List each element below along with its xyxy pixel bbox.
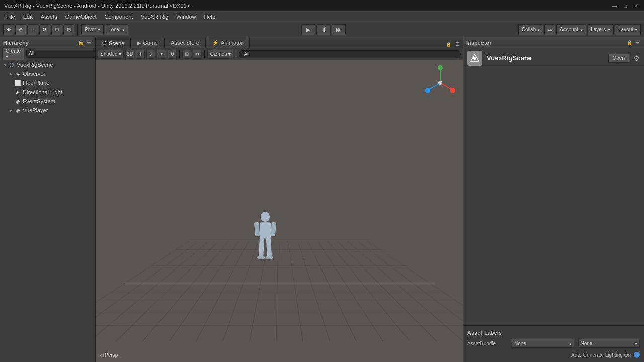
hierarchy-item-directional-light[interactable]: ☀ Directional Light xyxy=(0,87,95,97)
main-layout: Hierarchy 🔒 ☰ Create ▾ ▾ ⬡ VuexRigScene … xyxy=(0,37,644,362)
pivot-dropdown[interactable]: Pivot ▾ xyxy=(81,24,104,35)
light-icon: ☀ xyxy=(14,88,21,96)
scene-tab-label: Scene xyxy=(109,40,124,46)
shading-dropdown[interactable]: Shaded ▾ xyxy=(98,50,124,59)
hierarchy-item-label: EventSystem xyxy=(23,98,55,104)
vueplayer-arrow-icon: ▸ xyxy=(8,107,14,113)
menu-gameobject[interactable]: GameObject xyxy=(61,13,101,21)
hierarchy-item-observer[interactable]: ▸ ◈ Observer xyxy=(0,69,95,78)
tool-transform[interactable]: ⊞ xyxy=(63,24,74,35)
hierarchy-item-floorplane[interactable]: ⬜ FloorPlane xyxy=(0,78,95,87)
account-dropdown[interactable]: Account ▾ xyxy=(556,24,586,35)
close-button[interactable]: ✕ xyxy=(633,2,640,9)
2d-label: 2D xyxy=(127,51,133,57)
layers-dropdown[interactable]: Layers ▾ xyxy=(587,24,614,35)
minimize-button[interactable]: — xyxy=(611,2,618,9)
svg-point-16 xyxy=(257,256,265,259)
step-button[interactable]: ⏭ xyxy=(332,24,346,35)
menu-bar: File Edit Assets GameObject Component Vu… xyxy=(0,11,644,22)
svg-rect-13 xyxy=(270,222,276,236)
gizmos-arrow-icon: ▾ xyxy=(228,51,231,57)
shading-arrow-icon: ▾ xyxy=(119,51,121,57)
hierarchy-item-vuexrigscene[interactable]: ▾ ⬡ VuexRigScene xyxy=(0,60,95,69)
hierarchy-menu-icon[interactable]: ☰ xyxy=(85,39,92,46)
menu-window[interactable]: Window xyxy=(172,13,200,21)
hierarchy-lock-icon[interactable]: 🔒 xyxy=(77,39,84,46)
persp-arrow-icon: ◁ xyxy=(100,352,104,358)
tool-rotate[interactable]: ↔ xyxy=(27,24,38,35)
menu-edit[interactable]: Edit xyxy=(19,13,37,21)
tab-asset-store[interactable]: Asset Store xyxy=(165,38,206,48)
hierarchy-item-label: Observer xyxy=(23,71,45,77)
menu-component[interactable]: Component xyxy=(100,13,137,21)
asset-bundle-row: AssetBundle None ▾ None ▾ xyxy=(467,339,640,348)
inspector-open-button[interactable]: Open xyxy=(608,54,629,63)
maximize-button[interactable]: □ xyxy=(622,2,629,9)
hierarchy-item-eventsystem[interactable]: ◈ EventSystem xyxy=(0,97,95,106)
gizmos-dropdown[interactable]: Gizmos ▾ xyxy=(207,50,233,59)
scene-search-input[interactable] xyxy=(239,50,461,58)
asset-bundle-none2-dropdown[interactable]: None ▾ xyxy=(578,339,640,348)
persp-text: Persp xyxy=(105,352,118,358)
inspector-lock-icon[interactable]: 🔒 xyxy=(626,39,633,46)
menu-file[interactable]: File xyxy=(2,13,19,21)
tab-game[interactable]: ▶ Game xyxy=(131,38,165,48)
layers-num-button[interactable]: 0 xyxy=(168,50,177,59)
vuexrigscene-arrow-icon: ▾ xyxy=(2,62,8,68)
layout-dropdown[interactable]: Layout ▾ xyxy=(615,24,641,35)
scene-icon: ⬡ xyxy=(8,61,15,68)
scene-area: ⬡ Scene ▶ Game Asset Store ⚡ Animator 🔒 … xyxy=(96,37,463,362)
hierarchy-item-label: Directional Light xyxy=(23,89,62,95)
tab-scene[interactable]: ⬡ Scene xyxy=(96,38,131,48)
hierarchy-search-input[interactable] xyxy=(26,50,95,58)
vueplayer-icon: ◈ xyxy=(14,107,21,114)
hierarchy-item-vueplayer[interactable]: ▸ ◈ VuePlayer xyxy=(0,106,95,115)
hierarchy-item-label: VuexRigScene xyxy=(17,62,53,68)
pause-button[interactable]: ⏸ xyxy=(316,24,331,35)
inspector-panel-buttons: 🔒 ☰ xyxy=(626,39,641,46)
asset-bundle-none-dropdown[interactable]: None ▾ xyxy=(512,339,574,348)
scene-lock-icon[interactable]: 🔒 xyxy=(445,41,452,48)
scene-menu-icon[interactable]: ☰ xyxy=(454,41,461,48)
observer-arrow-icon: ▸ xyxy=(8,71,14,77)
menu-help[interactable]: Help xyxy=(200,13,219,21)
tool-rect[interactable]: ⊡ xyxy=(51,24,62,35)
local-dropdown[interactable]: Local ▾ xyxy=(105,24,128,35)
asset-bundle-none2-arrow-icon: ▾ xyxy=(635,341,637,346)
lighting-button[interactable]: ☀ xyxy=(136,50,145,59)
collab-dropdown[interactable]: Collab ▾ xyxy=(518,24,543,35)
tool-scale[interactable]: ⟳ xyxy=(39,24,50,35)
effects-button[interactable]: ✦ xyxy=(157,50,166,59)
hierarchy-tree: ▾ ⬡ VuexRigScene ▸ ◈ Observer ⬜ FloorPla… xyxy=(0,59,95,362)
cloud-button[interactable]: ☁ xyxy=(544,24,555,35)
toolbar-separator-1 xyxy=(77,24,78,35)
hierarchy-item-label: FloorPlane xyxy=(23,80,49,86)
auto-gen-label: Auto Generate Lighting On xyxy=(571,352,631,358)
dirlight-arrow-icon xyxy=(8,89,14,95)
scene-snap-icon[interactable]: ✂ xyxy=(193,50,202,59)
inspector-header: Inspector 🔒 ☰ xyxy=(463,37,644,48)
menu-assets[interactable]: Assets xyxy=(37,13,61,21)
account-label: Account xyxy=(560,27,578,32)
inspector-settings-icon[interactable]: ⚙ xyxy=(633,54,640,62)
tab-animator[interactable]: ⚡ Animator xyxy=(206,38,250,48)
lighting-indicator xyxy=(634,352,640,358)
svg-point-10 xyxy=(260,212,269,222)
character-figure xyxy=(250,211,280,272)
scene-grid-icon[interactable]: ⊞ xyxy=(182,50,191,59)
inspector-menu-icon[interactable]: ☰ xyxy=(634,39,641,46)
inspector-title: Inspector xyxy=(466,40,492,46)
menu-vuexr-rig[interactable]: VueXR Rig xyxy=(137,13,172,21)
scene-viewport[interactable]: Y X Z ◁ Persp xyxy=(96,60,463,362)
scene-tb-sep-3 xyxy=(236,50,236,58)
hierarchy-create-button[interactable]: Create ▾ xyxy=(2,47,24,60)
audio-button[interactable]: ♪ xyxy=(146,50,155,59)
play-button[interactable]: ▶ xyxy=(301,24,315,35)
scene-tab-icon: ⬡ xyxy=(102,40,107,46)
tool-move[interactable]: ⊕ xyxy=(15,24,26,35)
eventsystem-arrow-icon xyxy=(8,98,14,104)
2d-button[interactable]: 2D xyxy=(125,50,134,59)
tool-hand[interactable]: ✥ xyxy=(3,24,14,35)
svg-point-9 xyxy=(438,81,442,85)
hierarchy-toolbar: Create ▾ xyxy=(0,48,95,59)
